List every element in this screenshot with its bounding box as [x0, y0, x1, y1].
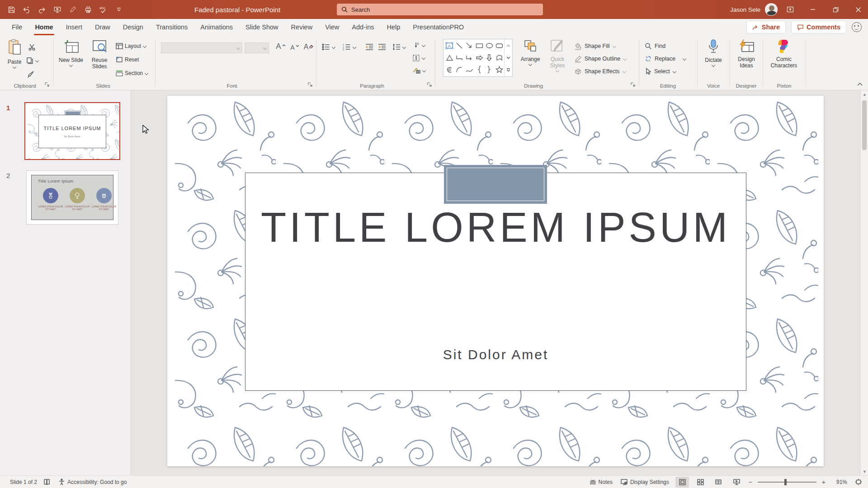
collapse-ribbon-button[interactable] — [857, 80, 863, 87]
numbering-button[interactable]: 123 — [343, 42, 356, 52]
tab-add-ins[interactable]: Add-ins — [345, 19, 380, 36]
minimize-button[interactable] — [803, 0, 823, 19]
shrink-font-button[interactable]: A — [288, 41, 301, 52]
find-button[interactable]: Find — [645, 41, 665, 52]
vertical-scrollbar[interactable]: ▲ ▼ — [860, 90, 868, 475]
fit-to-window-button[interactable] — [852, 477, 865, 488]
slide-sorter-view-button[interactable] — [693, 477, 707, 488]
draw-button[interactable] — [66, 3, 80, 16]
caret-up-icon — [282, 44, 286, 47]
spelling-button[interactable]: abc — [97, 3, 110, 16]
zoom-in-button[interactable]: + — [821, 478, 826, 486]
slide-canvas[interactable]: TITLE LOREM IPSUM Sit Dolor Amet — [167, 96, 824, 466]
spell-check-icon[interactable] — [43, 479, 50, 486]
search-input[interactable]: Search — [337, 4, 543, 15]
paste-button[interactable]: Paste — [4, 39, 25, 78]
save-button[interactable] — [5, 3, 18, 16]
comments-button[interactable]: Comments — [791, 21, 846, 33]
gallery-scroll-up-button[interactable] — [504, 39, 512, 52]
design-ideas-button[interactable]: Design Ideas — [731, 39, 761, 78]
font-name-combo[interactable] — [161, 42, 242, 53]
restore-button[interactable] — [826, 0, 845, 19]
avatar[interactable] — [765, 3, 778, 16]
display-settings-button[interactable]: Display Settings — [619, 476, 671, 488]
start-slideshow-button[interactable] — [51, 3, 64, 16]
customize-qat-button[interactable] — [112, 3, 126, 16]
title-tab-shape[interactable] — [444, 165, 547, 204]
arrange-button[interactable]: Arrange — [518, 39, 542, 78]
font-size-combo[interactable] — [245, 42, 269, 53]
font-dialog-launcher[interactable] — [307, 82, 314, 88]
gallery-more-button[interactable] — [504, 64, 512, 76]
clear-formatting-button[interactable]: A — [302, 41, 316, 52]
undo-button[interactable] — [20, 3, 33, 16]
accessibility-status[interactable]: Accessibility: Good to go — [57, 476, 128, 488]
slide-2-thumbnail[interactable]: Title Lorem Ipsum LOREM IPSUM DOLOR SIT … — [26, 170, 118, 225]
tab-home[interactable]: Home — [28, 19, 59, 36]
redo-button[interactable] — [35, 3, 49, 16]
format-painter-icon — [27, 70, 35, 78]
normal-view-button[interactable] — [675, 477, 689, 488]
tab-slide-show[interactable]: Slide Show — [239, 19, 285, 36]
cut-button[interactable] — [28, 42, 36, 52]
shape-effects-button[interactable]: Shape Effects — [574, 66, 626, 77]
decrease-indent-button[interactable] — [365, 42, 373, 52]
clipboard-dialog-launcher[interactable] — [44, 82, 51, 88]
drawing-dialog-launcher[interactable] — [630, 82, 637, 88]
scrollbar-thumb[interactable] — [862, 100, 867, 150]
share-button[interactable]: Share — [746, 21, 786, 33]
slide-subtitle-text[interactable]: Sit Dolor Amet — [245, 347, 746, 362]
reading-view-button[interactable] — [712, 477, 725, 488]
quick-styles-button[interactable]: Quick Styles — [544, 39, 571, 78]
dictate-button[interactable]: Dictate — [701, 39, 726, 78]
layout-button[interactable]: Layout — [116, 41, 146, 52]
shapes-gallery[interactable]: A — [443, 39, 513, 77]
title-placeholder-box[interactable]: TITLE LOREM IPSUM Sit Dolor Amet — [245, 173, 746, 391]
tab-draw[interactable]: Draw — [89, 19, 117, 36]
tab-design[interactable]: Design — [117, 19, 150, 36]
format-painter-button[interactable] — [27, 69, 35, 80]
slide-1-thumbnail[interactable]: TITLE LOREM IPSUM Sit Dolor Amet — [25, 103, 119, 159]
copy-button[interactable] — [26, 55, 39, 66]
slide-title-text[interactable]: TITLE LOREM IPSUM — [245, 204, 746, 251]
reset-button[interactable]: Reset — [116, 54, 139, 65]
ribbon-display-options-button[interactable] — [780, 0, 800, 19]
slide-show-view-button[interactable] — [730, 477, 743, 488]
tab-file[interactable]: File — [5, 19, 28, 36]
close-button[interactable] — [848, 0, 868, 19]
notes-button[interactable]: Notes — [588, 476, 614, 488]
comic-characters-button[interactable]: Comic Characters — [766, 39, 802, 78]
tab-review[interactable]: Review — [285, 19, 319, 36]
scroll-down-arrow[interactable]: ▼ — [861, 468, 868, 475]
new-slide-button[interactable]: New Slide — [58, 39, 84, 78]
zoom-slider[interactable] — [758, 482, 816, 483]
print-preview-button[interactable] — [81, 3, 95, 16]
tab-animations[interactable]: Animations — [194, 19, 239, 36]
grow-font-button[interactable]: A — [274, 41, 288, 52]
tab-insert[interactable]: Insert — [60, 19, 89, 36]
paragraph-dialog-launcher[interactable] — [427, 82, 433, 88]
bullets-button[interactable] — [322, 42, 335, 52]
gallery-scroll-down-button[interactable] — [504, 52, 512, 64]
tab-view[interactable]: View — [319, 19, 345, 36]
reuse-slides-button[interactable]: Reuse Slides — [87, 39, 112, 78]
scroll-up-arrow[interactable]: ▲ — [861, 90, 868, 98]
section-button[interactable]: Section — [116, 68, 148, 79]
align-text-button[interactable] — [412, 52, 425, 63]
increase-indent-button[interactable] — [378, 42, 386, 52]
shape-fill-button[interactable]: Shape Fill — [574, 41, 616, 52]
line-spacing-button[interactable] — [392, 42, 406, 52]
shape-outline-button[interactable]: Shape Outline — [574, 53, 627, 64]
zoom-slider-thumb[interactable] — [784, 479, 787, 485]
zoom-out-button[interactable]: − — [748, 478, 753, 486]
text-direction-button[interactable]: A — [412, 40, 425, 51]
tab-presentationpro[interactable]: PresentationPRO — [406, 19, 470, 36]
tab-help[interactable]: Help — [380, 19, 406, 36]
zoom-level[interactable]: 91% — [831, 479, 847, 485]
convert-to-smartart-button[interactable] — [412, 65, 426, 76]
feedback-smiley-icon[interactable] — [852, 22, 862, 32]
select-button[interactable]: Select — [645, 66, 676, 77]
ribbon-display-icon — [787, 6, 794, 13]
replace-button[interactable]: bc Replace — [645, 53, 686, 64]
tab-transitions[interactable]: Transitions — [150, 19, 194, 36]
